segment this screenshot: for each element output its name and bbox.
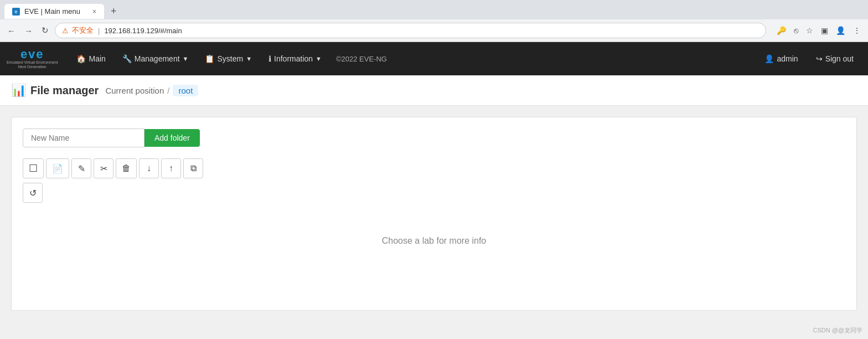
new-file-icon: 📄: [52, 163, 63, 174]
forward-btn[interactable]: →: [22, 24, 35, 37]
tab-favicon: e: [12, 8, 20, 16]
file-manager-icon: 📊: [11, 83, 26, 97]
nav-items: 🏠 Main 🔧 Management ▼ 📋 System ▼ ℹ Infor…: [69, 50, 757, 68]
tab-bar: e EVE | Main menu × +: [4, 3, 864, 19]
nav-main-label: Main: [89, 54, 105, 63]
browser-chrome: e EVE | Main menu × +: [0, 0, 868, 19]
edit-btn[interactable]: ✎: [71, 158, 91, 178]
information-dropdown-icon: ▼: [316, 55, 322, 62]
nav-signout-label: Sign out: [825, 54, 854, 63]
nav-admin-label: admin: [777, 54, 798, 63]
trash-icon: 🗑: [122, 163, 131, 173]
file-manager-title-text: File manager: [30, 84, 99, 97]
breadcrumb: Current position / root: [105, 85, 198, 96]
system-icon: 📋: [205, 54, 214, 63]
brand: eve Emulated Virtual Environment Next Ge…: [7, 48, 58, 70]
nav-information-label: Information: [274, 54, 313, 63]
address-bar-actions: 🔑 ⎋ ☆ ▣ 👤 ⋮: [774, 24, 864, 37]
nav-management-label: Management: [135, 54, 180, 63]
file-manager-header: 📊 File manager Current position / root: [0, 75, 868, 106]
nav-management[interactable]: 🔧 Management ▼: [115, 50, 197, 68]
file-manager-title: 📊 File manager: [11, 83, 99, 97]
active-tab[interactable]: e EVE | Main menu ×: [4, 4, 104, 19]
cut-icon: ✂: [100, 163, 107, 174]
key-btn[interactable]: 🔑: [774, 24, 789, 37]
browser-controls: ← → ↻ ⚠ 不安全 | 192.168.119.129/#/main 🔑 ⎋…: [0, 19, 868, 42]
security-label: 不安全: [72, 25, 94, 35]
menu-btn[interactable]: ⋮: [850, 24, 864, 37]
refresh-icon: ↺: [29, 188, 37, 198]
nav-system-label: System: [217, 54, 243, 63]
delete-btn[interactable]: 🗑: [116, 158, 137, 178]
cut-btn[interactable]: ✂: [94, 158, 113, 178]
breadcrumb-label: Current position: [105, 86, 164, 95]
brand-sub1: Emulated Virtual Environment: [7, 60, 58, 65]
toolbar: ☐ 📄 ✎ ✂ 🗑 ↓ ↑ ⧉ ↺: [23, 158, 845, 203]
nav-information[interactable]: ℹ Information ▼: [261, 50, 329, 68]
nav-main[interactable]: 🏠 Main: [69, 50, 113, 68]
reload-btn[interactable]: ↻: [39, 24, 51, 37]
signout-icon: ↪: [816, 54, 823, 63]
profile-btn[interactable]: 👤: [833, 24, 848, 37]
copyright-text: ©2022 EVE-NG: [330, 50, 392, 68]
management-dropdown-icon: ▼: [183, 55, 189, 62]
system-dropdown-icon: ▼: [246, 55, 252, 62]
nav-system[interactable]: 📋 System ▼: [197, 50, 260, 68]
refresh-btn[interactable]: ↺: [23, 183, 43, 203]
star-btn[interactable]: ☆: [803, 24, 816, 37]
brand-sub2: Next Generation: [18, 65, 46, 69]
split-btn[interactable]: ▣: [818, 24, 831, 37]
nav-signout[interactable]: ↪ Sign out: [808, 50, 861, 68]
new-tab-btn[interactable]: +: [106, 3, 121, 19]
checkbox-btn[interactable]: ☐: [23, 158, 44, 178]
breadcrumb-separator: /: [167, 86, 169, 95]
breadcrumb-current[interactable]: root: [173, 85, 198, 96]
info-icon: ℹ: [268, 54, 271, 63]
download-icon: ↓: [147, 163, 151, 173]
nav-admin[interactable]: 👤 admin: [757, 50, 805, 68]
share-btn[interactable]: ⎋: [791, 24, 801, 37]
upload-btn[interactable]: ↑: [161, 158, 181, 178]
add-folder-row: Add folder: [23, 129, 845, 147]
paste-btn[interactable]: ⧉: [183, 158, 203, 178]
new-file-btn[interactable]: 📄: [46, 158, 69, 178]
download-btn[interactable]: ↓: [139, 158, 159, 178]
wrench-icon: 🔧: [122, 54, 132, 63]
tab-close-btn[interactable]: ×: [92, 8, 96, 16]
nav-right: 👤 admin ↪ Sign out: [757, 50, 861, 68]
add-folder-button[interactable]: Add folder: [144, 129, 200, 147]
edit-icon: ✎: [78, 163, 85, 174]
page-content: 📊 File manager Current position / root A…: [0, 75, 868, 311]
paste-icon: ⧉: [190, 163, 197, 173]
tab-title: EVE | Main menu: [24, 7, 80, 16]
security-icon: ⚠: [62, 27, 69, 35]
upload-icon: ↑: [169, 163, 173, 173]
brand-eve: eve: [20, 48, 44, 60]
user-icon: 👤: [764, 54, 774, 63]
empty-message: Choose a lab for more info: [23, 236, 845, 246]
navbar: eve Emulated Virtual Environment Next Ge…: [0, 42, 868, 75]
url-text[interactable]: 192.168.119.129/#/main: [104, 27, 759, 35]
new-name-input[interactable]: [23, 129, 144, 147]
main-panel: Add folder ☐ 📄 ✎ ✂ 🗑 ↓ ↑ ⧉: [11, 117, 857, 311]
home-icon: 🏠: [76, 54, 86, 63]
address-bar[interactable]: ⚠ 不安全 | 192.168.119.129/#/main: [55, 23, 766, 38]
back-btn[interactable]: ←: [4, 24, 18, 37]
